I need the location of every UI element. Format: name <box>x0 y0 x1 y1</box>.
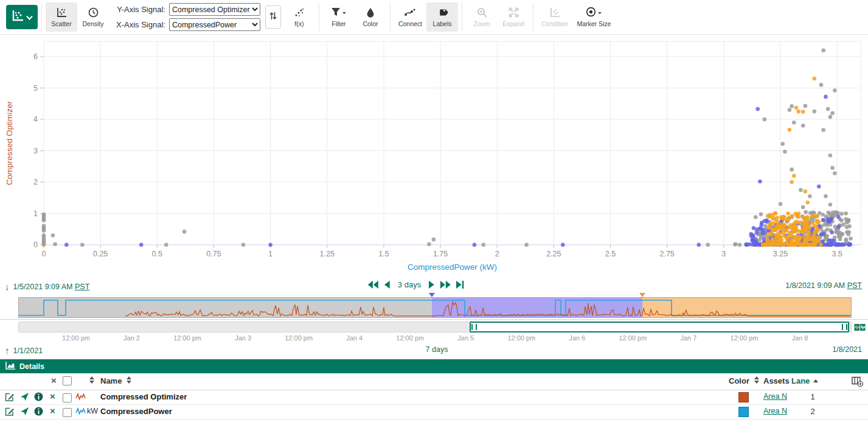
swap-axes-button[interactable] <box>265 5 281 29</box>
investigate-start-date[interactable]: 1/1/2021 <box>13 346 43 355</box>
connect-button[interactable]: Connect <box>394 2 426 32</box>
labels-label: Labels <box>433 20 452 27</box>
select-all-checkbox[interactable] <box>63 376 72 385</box>
formula-button[interactable]: f(x) <box>283 2 315 32</box>
signal-unit: kW <box>87 407 98 415</box>
display-range-end: 1/8/2021 9:09 AM PST <box>785 281 862 290</box>
column-header-name[interactable]: Name <box>100 376 122 385</box>
axis-signal-selectors: Y-Axis Signal: Compressed Optimizer X-Ax… <box>116 3 260 31</box>
remove-icon[interactable]: × <box>50 392 55 400</box>
table-row-compressed-optimizer[interactable]: × Compressed Optimizer Area N 1 <box>0 390 868 405</box>
sort-name-control[interactable] <box>127 376 131 384</box>
step-size-label[interactable]: 3 days <box>398 280 421 289</box>
scatter-plot-canvas[interactable]: 012345600.250.50.7511.251.51.7522.252.52… <box>0 35 868 276</box>
chart-type-menu-button[interactable] <box>6 5 38 29</box>
sort-color-control[interactable] <box>754 376 759 384</box>
remove-all-icon[interactable]: × <box>51 376 57 384</box>
formula-sparkle-icon <box>294 7 305 18</box>
remove-icon[interactable]: × <box>50 407 55 415</box>
color-swatch[interactable] <box>738 407 749 417</box>
scatter-view-button[interactable]: Scatter <box>46 2 77 32</box>
edit-icon[interactable] <box>5 392 15 404</box>
divider <box>462 3 462 31</box>
sort-unit-control[interactable] <box>89 376 94 384</box>
svg-text:3.5: 3.5 <box>832 250 842 258</box>
details-panel-header: Details <box>0 359 868 373</box>
time-tick-label: 12:00 pm <box>173 334 201 342</box>
color-label: Color <box>363 20 378 27</box>
density-view-button[interactable]: Density <box>77 2 109 32</box>
add-column-icon[interactable] <box>852 376 863 389</box>
info-icon[interactable] <box>34 392 43 403</box>
signal-name[interactable]: CompressedPower <box>100 407 172 416</box>
auto-update-icon[interactable] <box>854 323 866 335</box>
x-axis-signal-select[interactable]: CompressedPower <box>169 18 260 31</box>
investigate-scrollbar-track[interactable] <box>18 322 852 332</box>
color-swatch[interactable] <box>738 392 749 403</box>
lane-number: 1 <box>807 392 819 401</box>
condition-label: Condition <box>541 20 568 27</box>
signal-name[interactable]: Compressed Optimizer <box>100 392 187 401</box>
column-header-assets[interactable]: Assets <box>763 376 790 385</box>
scatter-points <box>42 48 853 247</box>
filter-button[interactable]: Filter <box>323 2 355 32</box>
display-start-datetime[interactable]: 1/5/2021 9:09 AM <box>13 283 73 291</box>
color-button[interactable]: Color <box>355 2 386 32</box>
condition-chart-icon <box>549 7 560 18</box>
caret-down-icon <box>598 12 602 16</box>
scatter-icon <box>56 7 67 18</box>
lane-number: 2 <box>807 407 819 416</box>
svg-text:2: 2 <box>495 250 499 258</box>
column-header-color[interactable]: Color <box>729 376 749 385</box>
investigate-duration[interactable]: 7 days <box>426 345 448 354</box>
marker-size-button[interactable]: Marker Size <box>572 2 615 32</box>
condition-button: Condition <box>537 2 572 32</box>
timeline-preview-strip[interactable] <box>18 297 852 318</box>
signal-waveform-icon <box>75 392 86 403</box>
row-checkbox[interactable] <box>63 393 72 403</box>
labels-button[interactable]: Labels <box>426 2 458 32</box>
timezone-link[interactable]: PST <box>847 281 862 290</box>
send-icon[interactable] <box>20 407 29 418</box>
svg-text:2.5: 2.5 <box>605 250 616 258</box>
svg-text:2.25: 2.25 <box>546 250 561 258</box>
timeline-marker-display-end[interactable] <box>639 293 645 297</box>
step-forward-full-button[interactable] <box>440 281 451 289</box>
expand-button: Expand <box>498 2 529 32</box>
formula-label: f(x) <box>294 20 304 27</box>
funnel-icon <box>331 7 341 18</box>
svg-text:6: 6 <box>33 52 38 61</box>
time-tick-label: 12:00 pm <box>731 334 759 342</box>
info-icon[interactable] <box>34 407 43 418</box>
lane-divider <box>0 319 868 320</box>
thumb-left-handle[interactable] <box>471 324 477 330</box>
display-range-start: ↓ 1/5/2021 9:09 AM PST <box>5 281 89 292</box>
scatter-chart[interactable]: 012345600.250.50.7511.251.51.7522.252.52… <box>0 35 868 276</box>
svg-text:1: 1 <box>33 209 38 218</box>
scatter-view-label: Scatter <box>51 20 71 27</box>
arrow-up-icon: ↑ <box>5 345 10 356</box>
chevron-down-icon <box>26 12 33 23</box>
thumb-right-handle[interactable] <box>842 324 847 330</box>
timezone-link[interactable]: PST <box>75 283 89 291</box>
step-back-half-button[interactable] <box>384 281 390 289</box>
svg-text:1.5: 1.5 <box>378 250 389 258</box>
column-header-lane[interactable]: Lane <box>791 376 818 385</box>
investigate-range-thumb[interactable] <box>470 322 849 332</box>
row-checkbox[interactable] <box>63 408 72 417</box>
asset-link[interactable]: Area N <box>763 407 787 415</box>
table-row-compressedpower[interactable]: × kW CompressedPower Area N 2 <box>0 405 868 420</box>
y-axis-signal-select[interactable]: Compressed Optimizer <box>169 3 260 16</box>
step-forward-half-button[interactable] <box>429 281 434 289</box>
step-back-full-button[interactable] <box>368 281 379 289</box>
step-to-end-button[interactable] <box>456 281 464 289</box>
timeline-marker-display-start[interactable] <box>429 293 435 297</box>
send-icon[interactable] <box>20 392 29 403</box>
investigate-end-date[interactable]: 1/8/2021 <box>832 345 862 354</box>
display-end-datetime[interactable]: 1/8/2021 9:09 AM <box>785 281 845 290</box>
edit-icon[interactable] <box>5 407 15 418</box>
x-axis-signal-label: X-Axis Signal: <box>116 20 165 29</box>
y-axis-signal-label: Y-Axis Signal: <box>116 5 165 14</box>
asset-link[interactable]: Area N <box>763 392 787 401</box>
svg-text:1: 1 <box>268 250 273 258</box>
